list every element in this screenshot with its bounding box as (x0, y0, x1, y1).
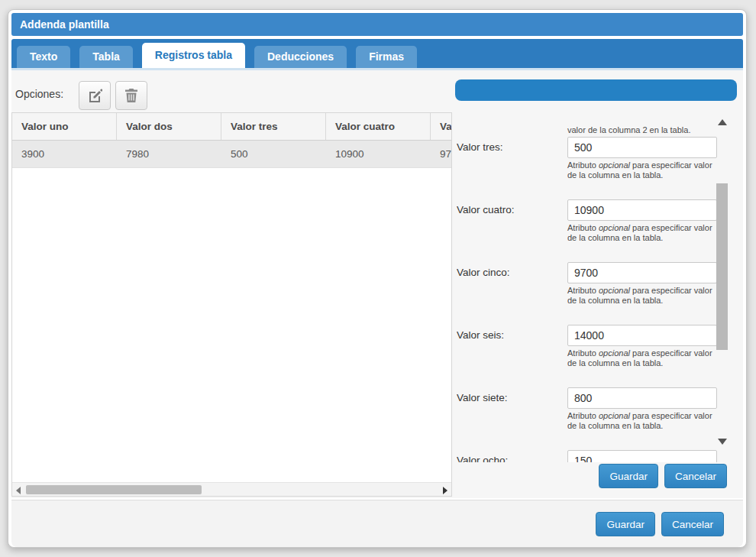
tab-firmas[interactable]: Firmas (356, 46, 417, 68)
field-valor-ocho: Valor ocho: Atributo opcional para espec… (457, 450, 721, 462)
tab-texto[interactable]: Texto (17, 46, 70, 68)
panel-form: valor de la columna 2 en la tabla. Valor… (457, 115, 721, 462)
field-helper-text: Atributo opcional para especificar valor… (567, 348, 717, 368)
opciones-label: Opciones: (15, 88, 63, 100)
cell-valor-cuatro: 10900 (326, 141, 431, 167)
scroll-right-arrow-icon[interactable] (443, 487, 447, 494)
dialog-titlebar: Addenda plantilla (11, 13, 743, 36)
panel-save-button[interactable]: Guardar (599, 464, 658, 488)
field-valor-seis: Valor seis: Atributo opcional para espec… (457, 325, 721, 368)
cell-clipped: 97 (431, 141, 452, 167)
dialog-title: Addenda plantilla (20, 18, 109, 31)
field-valor-siete: Valor siete: Atributo opcional para espe… (457, 387, 721, 431)
field-label: Valor cinco: (457, 262, 567, 306)
field-valor-cuatro: Valor cuatro: Atributo opcional para esp… (457, 199, 721, 243)
field-helper-text: Atributo opcional para especificar valor… (567, 411, 717, 431)
column-header-valor-dos: Valor dos (117, 113, 221, 140)
field-helper-text: Atributo opcional para especificar valor… (567, 286, 717, 306)
tab-deducciones[interactable]: Deducciones (254, 46, 347, 68)
field-label: Valor tres: (457, 137, 567, 180)
field-valor-tres: Valor tres: Atributo opcional para espec… (457, 137, 721, 180)
valor-seis-input[interactable] (567, 325, 717, 346)
field-label: Valor siete: (457, 387, 567, 431)
record-edit-panel: valor de la columna 2 en la tabla. Valor… (455, 79, 737, 498)
valor-tres-input[interactable] (567, 137, 717, 158)
field-label: Valor seis: (457, 325, 567, 368)
records-table: Valor uno Valor dos Valor tres Valor cua… (11, 112, 452, 497)
dialog-save-button[interactable]: Guardar (596, 512, 655, 536)
cell-valor-dos: 7980 (117, 141, 221, 167)
addenda-plantilla-dialog: Addenda plantilla Texto Tabla Registros … (8, 9, 747, 548)
tab-tabla[interactable]: Tabla (79, 46, 133, 68)
clipped-helper-text: valor de la columna 2 en la tabla. (567, 125, 721, 135)
column-header-valor-tres: Valor tres (221, 113, 326, 140)
field-helper-text: Atributo opcional para especificar valor… (567, 223, 717, 243)
panel-button-row: Guardar Cancelar (599, 464, 727, 488)
tab-registros-tabla[interactable]: Registros tabla (142, 43, 245, 68)
panel-cancel-button[interactable]: Cancelar (664, 464, 727, 488)
table-row-selected[interactable]: 3900 7980 500 10900 97 (12, 141, 451, 168)
table-header-row: Valor uno Valor dos Valor tres Valor cua… (12, 113, 451, 141)
panel-scrollbar-thumb[interactable] (716, 183, 728, 350)
field-helper-text: Atributo opcional para especificar valor… (567, 160, 717, 180)
tab-bar: Texto Tabla Registros tabla Deducciones … (11, 39, 743, 68)
horizontal-scrollbar[interactable] (12, 482, 451, 496)
trash-icon (124, 88, 138, 103)
dialog-cancel-button[interactable]: Cancelar (661, 512, 724, 536)
edit-record-button[interactable] (79, 81, 111, 110)
panel-scroll-up-icon[interactable] (718, 119, 727, 125)
dialog-footer: Guardar Cancelar (11, 500, 743, 547)
field-label: Valor cuatro: (457, 199, 567, 243)
cell-valor-uno: 3900 (12, 141, 117, 167)
valor-cuatro-input[interactable] (567, 199, 717, 221)
column-header-valor-uno: Valor uno (12, 113, 117, 140)
cell-valor-tres: 500 (221, 141, 326, 167)
column-header-valor-cuatro: Valor cuatro (326, 113, 431, 140)
panel-header-bar (455, 79, 737, 101)
pencil-square-icon (87, 88, 102, 103)
valor-ocho-input[interactable] (567, 450, 717, 462)
footer-button-row: Guardar Cancelar (596, 512, 724, 536)
valor-siete-input[interactable] (567, 387, 717, 409)
tab-content: Opciones: Valor uno (11, 70, 743, 498)
field-valor-cinco: Valor cinco: Atributo opcional para espe… (457, 262, 721, 306)
column-header-clipped: Va (431, 113, 452, 140)
horizontal-scrollbar-thumb[interactable] (26, 485, 202, 494)
panel-scroll-down-icon[interactable] (718, 439, 727, 445)
scroll-left-arrow-icon[interactable] (16, 487, 21, 494)
field-label: Valor ocho: (457, 450, 567, 462)
delete-record-button[interactable] (115, 81, 147, 110)
valor-cinco-input[interactable] (567, 262, 717, 283)
